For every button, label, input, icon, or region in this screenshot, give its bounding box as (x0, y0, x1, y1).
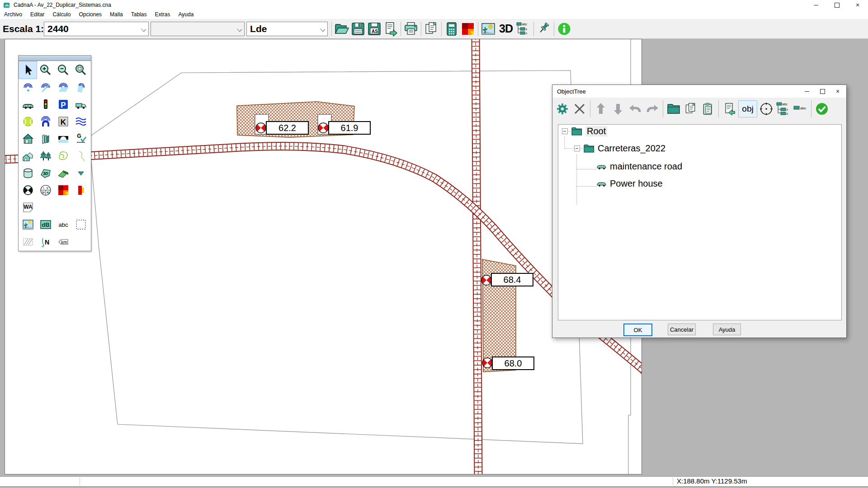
ok-button[interactable]: OK (623, 324, 652, 336)
tool-zoom-window[interactable] (72, 61, 90, 79)
dialog-minimize-button[interactable] (799, 85, 815, 97)
tool-km-sign[interactable]: km (54, 233, 72, 250)
pin-button[interactable] (536, 21, 552, 37)
tool-forest[interactable] (37, 147, 54, 164)
tool-zoom-in[interactable] (37, 61, 54, 79)
dialog-maximize-button[interactable] (815, 85, 830, 97)
tree-label[interactable]: Root (585, 126, 607, 136)
redo-button[interactable] (644, 100, 661, 118)
receiver-label[interactable]: 68.0 (492, 357, 534, 370)
tool-tank[interactable] (19, 164, 37, 182)
tree-item-root[interactable]: Root (562, 126, 607, 136)
menu-calculo[interactable]: Cálculo (48, 10, 75, 19)
tool-level-box[interactable]: dB (37, 216, 54, 233)
tree-label[interactable]: Carreteras_2022 (598, 143, 665, 154)
tool-sports-facility[interactable] (19, 113, 37, 130)
receiver-label[interactable]: 68.4 (491, 273, 533, 286)
tool-residential-area[interactable] (19, 147, 37, 164)
import-button[interactable] (721, 100, 738, 118)
tool-area-source[interactable] (54, 79, 72, 96)
object-tree-panel[interactable]: Root Carreteras_2022 maintenance road (558, 124, 842, 320)
receiver-label[interactable]: 61.9 (328, 121, 371, 135)
tool-bridge[interactable] (54, 130, 72, 147)
tool-point-source[interactable] (19, 79, 37, 96)
chevron-down-icon[interactable] (320, 26, 325, 31)
tool-road[interactable] (19, 96, 37, 113)
tree-label[interactable]: maintenance road (610, 161, 682, 172)
help-button[interactable]: Ayuda (713, 324, 741, 335)
grid-colors-button[interactable] (460, 21, 476, 37)
chevron-down-icon[interactable] (141, 26, 146, 31)
palette-grip[interactable] (19, 56, 91, 61)
tool-receiver[interactable] (19, 182, 37, 199)
tool-vertical-area-source[interactable] (72, 79, 90, 96)
view-3d-button[interactable]: 3D (496, 21, 515, 37)
paste-button[interactable] (699, 100, 717, 118)
tool-tunnel[interactable] (37, 113, 54, 130)
bitmap-view-button[interactable] (480, 21, 496, 37)
map-canvas[interactable]: 62.2 61.9 68.4 68.0 (5, 39, 642, 474)
dialog-title-bar[interactable]: ObjectTree × (552, 85, 846, 98)
dialog-close-button[interactable]: × (830, 85, 845, 97)
tool-contour-line[interactable] (54, 147, 72, 164)
menu-tablas[interactable]: Tablas (127, 10, 151, 19)
tool-selection-frame[interactable] (72, 216, 90, 233)
tool-barrier[interactable] (37, 130, 54, 147)
tool-north-arrow[interactable]: N (37, 233, 54, 250)
obj-toggle-button[interactable]: obj (738, 100, 757, 117)
tool-wa-element[interactable]: WA (19, 199, 37, 216)
move-down-button[interactable] (609, 100, 627, 118)
undo-button[interactable] (627, 100, 644, 118)
tool-traffic-light[interactable] (37, 96, 54, 113)
delete-button[interactable] (571, 100, 588, 118)
tool-zoom-out[interactable] (54, 61, 72, 79)
level-type-combobox[interactable]: Lde (246, 22, 328, 36)
tool-embankment[interactable] (54, 164, 72, 182)
move-up-button[interactable] (592, 100, 609, 118)
menu-opciones[interactable]: Opciones (75, 10, 106, 19)
chevron-down-icon[interactable] (237, 26, 242, 31)
tool-line-source[interactable] (37, 79, 54, 96)
label-button[interactable]: abc (792, 100, 809, 118)
variant-combobox[interactable] (151, 22, 245, 36)
tool-auxiliary-polygon[interactable] (72, 147, 90, 164)
tree-item-road[interactable]: maintenance road (597, 161, 682, 172)
copy-button[interactable] (682, 100, 699, 118)
settings-button[interactable] (554, 100, 571, 118)
scale-combobox[interactable]: 2440 (44, 22, 149, 36)
minimize-button[interactable] (806, 0, 826, 10)
info-button[interactable] (556, 21, 572, 37)
tool-bitmap[interactable] (19, 216, 37, 233)
collapse-icon[interactable] (574, 145, 580, 151)
tree-label[interactable]: Power house (610, 178, 663, 189)
tool-ground-absorption[interactable]: G (72, 130, 90, 147)
apply-button[interactable] (813, 100, 830, 118)
menu-malla[interactable]: Malla (106, 10, 127, 19)
save-as-button[interactable]: AS (366, 21, 382, 37)
calculate-button[interactable] (443, 21, 460, 37)
export-button[interactable] (382, 21, 399, 37)
menu-editar[interactable]: Editar (26, 10, 48, 19)
menu-ayuda[interactable]: Ayuda (175, 10, 198, 19)
open-file-button[interactable] (334, 21, 350, 37)
tool-intersection[interactable] (72, 96, 90, 113)
tool-pointer[interactable] (19, 61, 37, 79)
tool-railway[interactable] (72, 113, 90, 130)
object-tree-button[interactable]: abc x x (515, 21, 532, 37)
receiver-label[interactable]: 62.2 (266, 121, 309, 135)
locate-button[interactable] (758, 100, 775, 118)
tree-item-group[interactable]: Carreteras_2022 (574, 143, 665, 154)
tool-cross-section[interactable]: I · II 70 61 (37, 182, 54, 199)
cancel-button[interactable]: Cancelar (668, 324, 696, 335)
tool-hatched-area[interactable] (19, 233, 37, 250)
copy-button[interactable] (423, 21, 439, 37)
tool-parking[interactable]: P (54, 96, 72, 113)
menu-extras[interactable]: Extras (151, 10, 174, 19)
new-folder-button[interactable] (665, 100, 682, 118)
tool-k-sign[interactable]: K (54, 113, 72, 130)
maximize-button[interactable] (826, 0, 847, 10)
tool-grid-colors[interactable] (54, 182, 72, 199)
tool-building[interactable] (19, 130, 37, 147)
tool-3d-view[interactable]: 3D (37, 164, 54, 182)
save-button[interactable] (350, 21, 366, 37)
